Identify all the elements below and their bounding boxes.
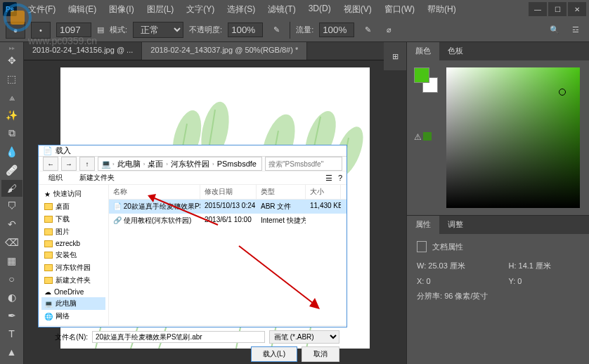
panel-toggle-icon[interactable]: ☲	[568, 24, 583, 37]
dialog-nav: ← → ↑ 💻 › 此电脑 › 桌面 › 河东软件园 › PSmsbsdfe	[39, 157, 347, 171]
stamp-tool[interactable]: ⛉	[1, 198, 22, 215]
view-options-icon[interactable]: ☰	[325, 174, 332, 183]
size-pressure-icon[interactable]: ⌀	[381, 24, 396, 37]
opacity-pressure-icon[interactable]: ✎	[268, 24, 284, 37]
brush-tool[interactable]: 🖌	[1, 180, 22, 197]
x-label: X:	[417, 277, 424, 285]
menu-file[interactable]: 文件(F)	[22, 1, 61, 18]
collapsed-panel-strip[interactable]: ⊞	[384, 42, 406, 70]
tab-swatches[interactable]: 色板	[439, 42, 472, 60]
dialog-icon: 📄	[43, 146, 53, 155]
doc-tab-1[interactable]: 2018-02-24_143156.jpg @ ...	[24, 42, 142, 60]
cancel-button[interactable]: 取消	[302, 346, 339, 362]
organize-button[interactable]: 组织	[43, 171, 68, 184]
menu-help[interactable]: 帮助(H)	[422, 1, 462, 18]
color-field[interactable]	[446, 67, 580, 208]
filename-input[interactable]	[92, 331, 265, 343]
file-open-dialog: 📄 载入 ← → ↑ 💻 › 此电脑 › 桌面 › 河东软件园 › PSmsbs…	[38, 145, 347, 327]
gamut-warning-icon[interactable]: ⚠	[414, 132, 422, 142]
marquee-tool[interactable]: ⬚	[1, 70, 22, 87]
opacity-input[interactable]	[228, 22, 263, 37]
dialog-titlebar: 📄 载入	[39, 145, 347, 157]
doc-tab-2[interactable]: 2018-02-24_143037.jpg @ 50%(RGB/8#) *	[142, 42, 307, 60]
dialog-toolbar: 组织 新建文件夹 ☰ ?	[39, 171, 347, 185]
foreground-color[interactable]	[414, 67, 429, 83]
menu-layer[interactable]: 图层(L)	[141, 1, 180, 18]
file-icon: 📄	[113, 202, 122, 210]
tree-pictures[interactable]: 图片	[41, 226, 105, 238]
menu-filter[interactable]: 滤镜(T)	[262, 1, 301, 18]
filter-select[interactable]: 画笔 (*.ABR)	[269, 330, 339, 344]
height-label: H:	[509, 261, 517, 270]
tab-adjustments[interactable]: 调整	[439, 216, 472, 234]
move-tool[interactable]: ✥	[1, 52, 22, 69]
pen-tool[interactable]: ✒	[1, 307, 22, 324]
tree-folder-install[interactable]: 安装包	[41, 249, 105, 261]
brush-preset-icon[interactable]: ●	[6, 22, 25, 39]
tree-downloads[interactable]: 下载	[41, 213, 105, 226]
tree-folder-hedong[interactable]: 河东软件园	[41, 261, 105, 274]
tree-folder-ezreckb[interactable]: ezreckb	[41, 238, 105, 249]
maximize-button[interactable]: ☐	[548, 2, 567, 16]
tree-quick-access[interactable]: ★快速访问	[41, 188, 105, 200]
folder-tree[interactable]: ★快速访问 桌面 下载 图片 ezreckb 安装包 河东软件园 新建文件夹 ☁…	[39, 185, 109, 325]
tab-color[interactable]: 颜色	[407, 42, 439, 60]
help-icon[interactable]: ?	[338, 174, 342, 182]
tab-properties[interactable]: 属性	[407, 216, 439, 234]
file-list[interactable]: 名称 修改日期 类型 大小 📄 20款逼真手绘麦穗效果PS笔刷.abr 2015…	[109, 185, 347, 325]
dodge-tool[interactable]: ◐	[1, 289, 22, 306]
blur-tool[interactable]: ○	[1, 271, 22, 287]
brush-settings-icon[interactable]: ▤	[97, 25, 104, 34]
color-swatches[interactable]	[414, 67, 439, 98]
menu-window[interactable]: 窗口(W)	[379, 1, 420, 18]
tree-new-folder[interactable]: 新建文件夹	[41, 274, 105, 287]
tree-onedrive[interactable]: ☁OneDrive	[41, 287, 105, 297]
file-list-header[interactable]: 名称 修改日期 类型 大小	[109, 185, 347, 200]
menu-type[interactable]: 文字(Y)	[181, 1, 220, 18]
crop-tool[interactable]: ⧉	[1, 125, 22, 142]
new-folder-button[interactable]: 新建文件夹	[74, 171, 120, 184]
nav-back-button[interactable]: ←	[43, 157, 58, 171]
gradient-tool[interactable]: ▦	[1, 252, 22, 269]
airbrush-icon[interactable]: ✎	[360, 24, 375, 37]
tree-network[interactable]: 🌐网络	[41, 310, 105, 323]
websafe-color-icon[interactable]	[423, 132, 432, 141]
menu-image[interactable]: 图像(I)	[103, 1, 139, 18]
tree-desktop[interactable]: 桌面	[41, 200, 105, 213]
menu-3d[interactable]: 3D(D)	[303, 1, 337, 18]
width-label: W:	[417, 261, 426, 270]
width-value: 25.03	[428, 261, 448, 270]
dialog-title-text: 载入	[56, 145, 71, 156]
brush-size-preview[interactable]: •	[31, 22, 51, 39]
expand-toolbar-icon[interactable]: ▸▸	[0, 45, 23, 51]
properties-panel: 属性 调整 文档属性 W: 25.03 厘米 H: 14.1 厘米 X: 0 Y…	[407, 215, 589, 314]
search-input[interactable]	[265, 157, 342, 171]
menu-edit[interactable]: 编辑(E)	[63, 1, 102, 18]
menu-select[interactable]: 选择(S)	[221, 1, 261, 18]
search-icon[interactable]: 🔍	[547, 24, 562, 37]
lasso-tool[interactable]: ⟁	[1, 89, 22, 105]
eraser-tool[interactable]: ⌫	[1, 234, 22, 251]
type-tool[interactable]: T	[1, 325, 22, 342]
history-brush-tool[interactable]: ↶	[1, 216, 22, 233]
path-select-tool[interactable]: ▲	[1, 344, 22, 360]
shortcut-icon: 🔗	[113, 216, 122, 224]
flow-input[interactable]	[319, 22, 354, 37]
healing-tool[interactable]: 🩹	[1, 162, 22, 178]
close-button[interactable]: ✕	[568, 2, 586, 16]
load-button[interactable]: 载入(L)	[251, 346, 297, 362]
menu-view[interactable]: 视图(V)	[338, 1, 377, 18]
nav-up-button[interactable]: ↑	[79, 157, 95, 171]
props-title: 文档属性	[432, 242, 463, 252]
file-row-shortcut[interactable]: 🔗 使用教程(河东软件园) 2013/6/1 10:00 Internet 快捷…	[109, 214, 347, 228]
brush-size-input[interactable]	[56, 22, 91, 37]
quick-select-tool[interactable]: ✨	[1, 107, 22, 124]
breadcrumb[interactable]: 💻 › 此电脑 › 桌面 › 河东软件园 › PSmsbsdfe	[98, 157, 262, 171]
eyedropper-tool[interactable]: 💧	[1, 143, 22, 160]
minimize-button[interactable]: —	[529, 2, 547, 16]
nav-forward-button[interactable]: →	[61, 157, 77, 171]
file-row-abr[interactable]: 📄 20款逼真手绘麦穗效果PS笔刷.abr 2015/10/13 0:24 AB…	[109, 200, 347, 214]
tree-this-pc[interactable]: 💻此电脑	[41, 297, 105, 310]
app-logo: Ps	[3, 2, 17, 16]
mode-select[interactable]: 正常	[133, 22, 183, 38]
